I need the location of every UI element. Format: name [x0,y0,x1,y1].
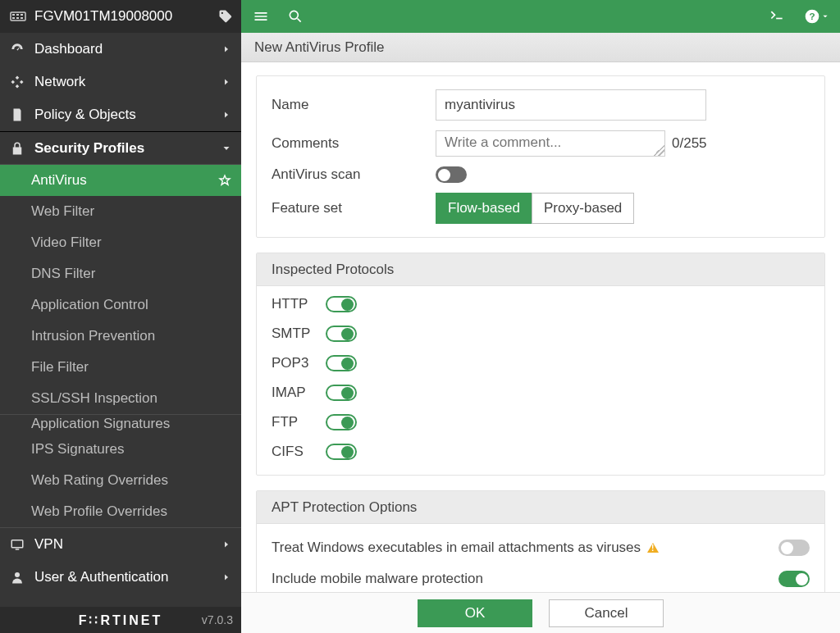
subnav-videofilter[interactable]: Video Filter [0,227,241,258]
topbar: ? [241,0,840,33]
subnav-webrating[interactable]: Web Rating Overrides [0,465,241,496]
avscan-label: AntiVirus scan [272,166,411,183]
row-avscan: AntiVirus scan [257,162,824,188]
proto-pop3: POP3 [272,348,810,378]
sidebar-item-user[interactable]: User & Authentication [0,561,241,594]
protocols-pane: Inspected Protocols HTTP SMTP POP3 IMAP … [256,253,825,476]
chevron-right-icon [221,77,231,87]
feature-flow-button[interactable]: Flow-based [436,193,532,224]
subnav-intrusion[interactable]: Intrusion Prevention [0,321,241,352]
svg-rect-3 [16,14,19,16]
svg-rect-1 [12,14,15,16]
warning-icon [647,543,659,553]
sidebar-item-label: Policy & Objects [34,107,212,123]
tag-icon[interactable] [218,9,233,24]
svg-rect-4 [16,17,19,19]
nav-list-bottom: VPN User & Authentication [0,528,241,594]
proto-label: POP3 [272,355,326,371]
sidebar-item-network[interactable]: Network [0,66,241,98]
comments-label: Comments [272,135,411,152]
subnav-appcontrol[interactable]: Application Control [0,289,241,321]
name-input[interactable] [436,89,706,121]
featureset-label: Feature set [272,200,411,216]
row-featureset: Feature set Flow-based Proxy-based [257,188,824,229]
lock-icon [10,141,25,156]
svg-rect-0 [11,12,25,20]
vpn-icon [10,537,25,552]
subnav-antivirus[interactable]: AntiVirus [0,165,241,196]
svg-rect-7 [11,540,23,547]
sidebar-item-label: Dashboard [34,41,212,57]
ok-button[interactable]: OK [418,599,532,627]
apt-treat-toggle[interactable] [778,540,810,556]
menu-icon[interactable] [253,8,269,25]
comments-input[interactable] [436,130,665,157]
subnav-label: AntiVirus [31,172,87,189]
subnav-filefilter[interactable]: File Filter [0,352,241,383]
proto-ftp-toggle[interactable] [326,414,357,430]
protocols-list: HTTP SMTP POP3 IMAP FTP CIFS [257,286,824,475]
network-icon [10,75,25,89]
svg-point-9 [15,572,20,577]
subnav-label: File Filter [31,359,89,376]
proto-pop3-toggle[interactable] [326,355,357,371]
main-area: ? New AntiVirus Profile Name Comments 0/… [241,0,840,633]
avscan-toggle[interactable] [436,166,467,183]
search-icon[interactable] [287,8,304,25]
chevron-right-icon [221,44,231,54]
apt-header: APT Protection Options [257,491,824,524]
proto-cifs-toggle[interactable] [326,444,357,460]
apt-mobile: Include mobile malware protection [272,563,810,592]
subnav-label: SSL/SSH Inspection [31,390,158,407]
subnav-ipssig[interactable]: IPS Signatures [0,434,241,465]
page-title-bar: New AntiVirus Profile [241,33,840,62]
svg-rect-8 [16,549,20,550]
policy-icon [10,107,25,122]
bottom-bar: OK Cancel [241,592,840,633]
feature-proxy-button[interactable]: Proxy-based [532,193,634,224]
subnav-sslssh[interactable]: SSL/SSH Inspection [0,383,241,414]
protocols-header: Inspected Protocols [257,253,824,286]
chevron-down-icon [221,143,231,153]
caret-down-icon [822,13,829,20]
user-icon [10,570,25,585]
subnav-webfilter[interactable]: Web Filter [0,196,241,227]
dashboard-icon [10,42,25,57]
sidebar-item-dashboard[interactable]: Dashboard [0,33,241,66]
subnav-label: DNS Filter [31,266,95,282]
subnav-label: Application Control [31,297,148,313]
apt-treat-label: Treat Windows executables in email attac… [272,540,641,556]
proto-label: IMAP [272,385,326,401]
proto-label: CIFS [272,444,326,460]
sidebar: FGVM01TM19008000 Dashboard Network Polic… [0,0,241,633]
hostname: FGVM01TM19008000 [34,8,210,25]
proto-imap-toggle[interactable] [326,385,357,401]
chevron-right-icon [221,572,231,582]
apt-list: Treat Windows executables in email attac… [257,524,824,592]
proto-smtp: SMTP [272,319,810,348]
subnav-webprofile[interactable]: Web Profile Overrides [0,496,241,527]
svg-rect-5 [21,14,23,16]
content-scroll[interactable]: Name Comments 0/255 AntiVirus scan Featu… [241,62,840,592]
svg-text:?: ? [809,11,815,21]
proto-http-toggle[interactable] [326,296,357,312]
cli-icon[interactable] [768,8,786,25]
sidebar-item-security[interactable]: Security Profiles [0,131,241,164]
subnav-label: Intrusion Prevention [31,328,155,344]
svg-point-10 [290,11,298,19]
sidebar-subgroup: AntiVirus Web Filter Video Filter DNS Fi… [0,164,241,528]
subnav-appsig[interactable]: Application Signatures [0,414,241,434]
star-icon[interactable] [218,174,231,187]
apt-mobile-toggle[interactable] [778,571,810,587]
comments-counter: 0/255 [672,135,707,152]
form-pane: Name Comments 0/255 AntiVirus scan Featu… [256,75,825,238]
proto-smtp-toggle[interactable] [326,326,357,342]
cancel-button[interactable]: Cancel [549,599,664,627]
apt-pane: APT Protection Options Treat Windows exe… [256,490,825,592]
sidebar-item-vpn[interactable]: VPN [0,528,241,561]
device-icon [10,10,26,23]
sidebar-footer: F∶∶RTINET v7.0.3 [0,607,241,633]
sidebar-item-policy[interactable]: Policy & Objects [0,98,241,131]
help-dropdown[interactable]: ? [804,8,829,25]
subnav-dnsfilter[interactable]: DNS Filter [0,258,241,289]
